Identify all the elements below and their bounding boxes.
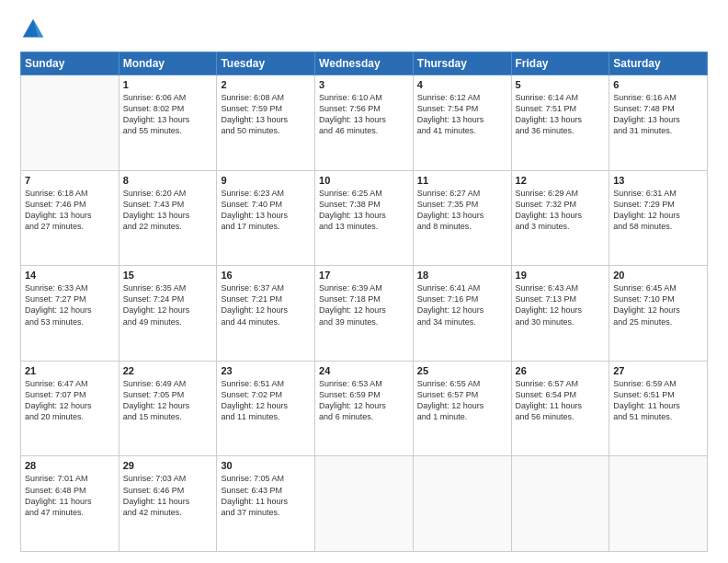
day-info: Sunrise: 6:06 AM Sunset: 8:02 PM Dayligh… (123, 92, 213, 137)
day-number: 30 (221, 460, 311, 471)
day-info: Sunrise: 6:16 AM Sunset: 7:48 PM Dayligh… (613, 92, 703, 137)
weekday-header-wednesday: Wednesday (315, 52, 414, 75)
day-info: Sunrise: 6:43 AM Sunset: 7:13 PM Dayligh… (516, 282, 606, 327)
day-info: Sunrise: 6:37 AM Sunset: 7:21 PM Dayligh… (221, 282, 311, 327)
day-info: Sunrise: 6:51 AM Sunset: 7:02 PM Dayligh… (221, 378, 311, 423)
calendar-cell: 26Sunrise: 6:57 AM Sunset: 6:54 PM Dayli… (511, 361, 609, 456)
calendar-cell: 7Sunrise: 6:18 AM Sunset: 7:46 PM Daylig… (21, 170, 119, 266)
day-number: 7 (25, 175, 115, 186)
day-info: Sunrise: 6:45 AM Sunset: 7:10 PM Dayligh… (613, 282, 703, 327)
calendar-cell: 12Sunrise: 6:29 AM Sunset: 7:32 PM Dayli… (511, 170, 609, 266)
calendar-cell: 5Sunrise: 6:14 AM Sunset: 7:51 PM Daylig… (511, 75, 609, 171)
calendar-cell: 29Sunrise: 7:03 AM Sunset: 6:46 PM Dayli… (119, 456, 217, 552)
calendar-cell (21, 75, 119, 171)
calendar-cell: 14Sunrise: 6:33 AM Sunset: 7:27 PM Dayli… (21, 266, 119, 362)
day-number: 13 (613, 175, 703, 186)
day-number: 4 (417, 79, 507, 90)
day-info: Sunrise: 6:53 AM Sunset: 6:59 PM Dayligh… (319, 378, 409, 423)
calendar-cell: 16Sunrise: 6:37 AM Sunset: 7:21 PM Dayli… (217, 266, 315, 362)
day-number: 29 (123, 460, 213, 471)
day-number: 23 (221, 365, 311, 376)
calendar-cell: 19Sunrise: 6:43 AM Sunset: 7:13 PM Dayli… (511, 266, 609, 362)
weekday-header-monday: Monday (119, 52, 217, 75)
week-row-2: 7Sunrise: 6:18 AM Sunset: 7:46 PM Daylig… (21, 170, 708, 266)
calendar-cell: 3Sunrise: 6:10 AM Sunset: 7:56 PM Daylig… (315, 75, 414, 171)
calendar-cell: 4Sunrise: 6:12 AM Sunset: 7:54 PM Daylig… (413, 75, 511, 171)
day-number: 19 (516, 270, 606, 281)
calendar-cell: 1Sunrise: 6:06 AM Sunset: 8:02 PM Daylig… (119, 75, 217, 171)
weekday-header-row: SundayMondayTuesdayWednesdayThursdayFrid… (21, 52, 708, 75)
day-number: 1 (123, 79, 213, 90)
weekday-header-sunday: Sunday (21, 52, 119, 75)
calendar-cell: 10Sunrise: 6:25 AM Sunset: 7:38 PM Dayli… (315, 170, 414, 266)
day-number: 22 (123, 365, 213, 376)
day-number: 6 (613, 79, 703, 90)
day-info: Sunrise: 6:18 AM Sunset: 7:46 PM Dayligh… (25, 188, 115, 233)
calendar-cell: 18Sunrise: 6:41 AM Sunset: 7:16 PM Dayli… (413, 266, 511, 362)
calendar-cell: 17Sunrise: 6:39 AM Sunset: 7:18 PM Dayli… (315, 266, 414, 362)
weekday-header-tuesday: Tuesday (217, 52, 315, 75)
day-number: 24 (319, 365, 409, 376)
day-info: Sunrise: 6:33 AM Sunset: 7:27 PM Dayligh… (25, 282, 115, 327)
day-info: Sunrise: 6:27 AM Sunset: 7:35 PM Dayligh… (417, 188, 507, 233)
calendar-cell: 27Sunrise: 6:59 AM Sunset: 6:51 PM Dayli… (609, 361, 708, 456)
calendar-cell: 8Sunrise: 6:20 AM Sunset: 7:43 PM Daylig… (119, 170, 217, 266)
day-info: Sunrise: 7:03 AM Sunset: 6:46 PM Dayligh… (123, 473, 213, 518)
day-info: Sunrise: 6:10 AM Sunset: 7:56 PM Dayligh… (319, 92, 409, 137)
calendar-cell: 9Sunrise: 6:23 AM Sunset: 7:40 PM Daylig… (217, 170, 315, 266)
calendar-cell: 30Sunrise: 7:05 AM Sunset: 6:43 PM Dayli… (217, 456, 315, 552)
calendar-cell: 23Sunrise: 6:51 AM Sunset: 7:02 PM Dayli… (217, 361, 315, 456)
day-number: 3 (319, 79, 409, 90)
week-row-1: 1Sunrise: 6:06 AM Sunset: 8:02 PM Daylig… (21, 75, 708, 171)
weekday-header-saturday: Saturday (609, 52, 708, 75)
calendar-cell: 22Sunrise: 6:49 AM Sunset: 7:05 PM Dayli… (119, 361, 217, 456)
day-info: Sunrise: 6:35 AM Sunset: 7:24 PM Dayligh… (123, 282, 213, 327)
day-number: 10 (319, 175, 409, 186)
day-info: Sunrise: 6:29 AM Sunset: 7:32 PM Dayligh… (516, 188, 606, 233)
day-number: 2 (221, 79, 311, 90)
weekday-header-friday: Friday (511, 52, 609, 75)
day-number: 27 (613, 365, 703, 376)
week-row-5: 28Sunrise: 7:01 AM Sunset: 6:48 PM Dayli… (21, 456, 708, 552)
day-number: 18 (417, 270, 507, 281)
day-info: Sunrise: 6:23 AM Sunset: 7:40 PM Dayligh… (221, 188, 311, 233)
day-info: Sunrise: 6:25 AM Sunset: 7:38 PM Dayligh… (319, 188, 409, 233)
day-info: Sunrise: 6:55 AM Sunset: 6:57 PM Dayligh… (417, 378, 507, 423)
day-number: 11 (417, 175, 507, 186)
day-number: 12 (516, 175, 606, 186)
day-info: Sunrise: 6:20 AM Sunset: 7:43 PM Dayligh… (123, 188, 213, 233)
day-number: 28 (25, 460, 115, 471)
calendar-cell: 11Sunrise: 6:27 AM Sunset: 7:35 PM Dayli… (413, 170, 511, 266)
weekday-header-thursday: Thursday (413, 52, 511, 75)
day-number: 14 (25, 270, 115, 281)
calendar-table: SundayMondayTuesdayWednesdayThursdayFrid… (20, 52, 708, 552)
day-number: 15 (123, 270, 213, 281)
day-number: 16 (221, 270, 311, 281)
calendar-cell: 21Sunrise: 6:47 AM Sunset: 7:07 PM Dayli… (21, 361, 119, 456)
calendar-cell: 28Sunrise: 7:01 AM Sunset: 6:48 PM Dayli… (21, 456, 119, 552)
logo-icon (20, 17, 46, 42)
day-number: 9 (221, 175, 311, 186)
calendar-cell: 15Sunrise: 6:35 AM Sunset: 7:24 PM Dayli… (119, 266, 217, 362)
day-info: Sunrise: 6:08 AM Sunset: 7:59 PM Dayligh… (221, 92, 311, 137)
day-info: Sunrise: 6:14 AM Sunset: 7:51 PM Dayligh… (516, 92, 606, 137)
calendar-cell (315, 456, 414, 552)
day-info: Sunrise: 6:49 AM Sunset: 7:05 PM Dayligh… (123, 378, 213, 423)
day-number: 20 (613, 270, 703, 281)
day-info: Sunrise: 7:05 AM Sunset: 6:43 PM Dayligh… (221, 473, 311, 518)
day-info: Sunrise: 6:41 AM Sunset: 7:16 PM Dayligh… (417, 282, 507, 327)
day-number: 25 (417, 365, 507, 376)
calendar-cell: 20Sunrise: 6:45 AM Sunset: 7:10 PM Dayli… (609, 266, 708, 362)
day-number: 21 (25, 365, 115, 376)
day-info: Sunrise: 6:39 AM Sunset: 7:18 PM Dayligh… (319, 282, 409, 327)
calendar-cell: 6Sunrise: 6:16 AM Sunset: 7:48 PM Daylig… (609, 75, 708, 171)
page: SundayMondayTuesdayWednesdayThursdayFrid… (0, 0, 728, 563)
day-info: Sunrise: 6:57 AM Sunset: 6:54 PM Dayligh… (516, 378, 606, 423)
day-number: 5 (516, 79, 606, 90)
day-number: 17 (319, 270, 409, 281)
day-number: 26 (516, 365, 606, 376)
day-info: Sunrise: 6:47 AM Sunset: 7:07 PM Dayligh… (25, 378, 115, 423)
day-info: Sunrise: 6:12 AM Sunset: 7:54 PM Dayligh… (417, 92, 507, 137)
calendar-cell (609, 456, 708, 552)
day-info: Sunrise: 6:59 AM Sunset: 6:51 PM Dayligh… (613, 378, 703, 423)
